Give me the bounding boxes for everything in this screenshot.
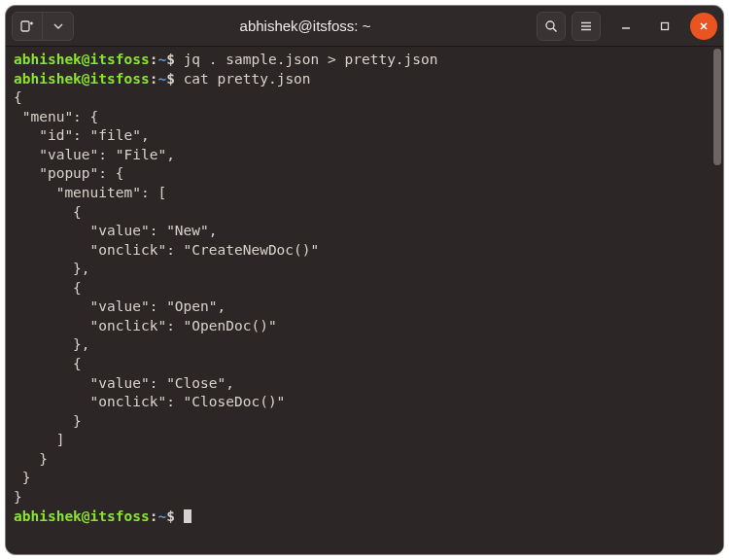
chevron-down-icon bbox=[53, 21, 63, 31]
prompt-path: ~ bbox=[157, 71, 166, 87]
minimize-button[interactable] bbox=[612, 13, 640, 40]
tab-menu-button[interactable] bbox=[43, 12, 74, 41]
output-line: "value": "Close", bbox=[14, 375, 234, 391]
output-line: "onclick": "CloseDoc()" bbox=[14, 394, 285, 409]
prompt-dollar: $ bbox=[166, 71, 175, 87]
prompt-dollar: $ bbox=[166, 508, 175, 524]
titlebar-right-group bbox=[537, 12, 717, 41]
new-tab-icon bbox=[20, 19, 34, 33]
terminal-body: abhishek@itsfoss:~$ jq . sample.json > p… bbox=[6, 47, 723, 554]
hamburger-icon bbox=[579, 19, 593, 33]
new-tab-button[interactable] bbox=[12, 12, 43, 41]
svg-rect-9 bbox=[662, 22, 669, 29]
output-line: { bbox=[14, 204, 82, 220]
output-line: }, bbox=[14, 336, 90, 352]
output-line: }, bbox=[14, 261, 90, 276]
window-title: abhishek@itsfoss: ~ bbox=[74, 18, 537, 34]
output-line: "value": "File", bbox=[14, 147, 175, 162]
output-line: { bbox=[14, 89, 22, 105]
svg-line-4 bbox=[553, 28, 557, 32]
command-text: cat pretty.json bbox=[184, 71, 311, 87]
output-line: { bbox=[14, 280, 82, 296]
output-line: } bbox=[14, 451, 48, 467]
titlebar: abhishek@itsfoss: ~ bbox=[6, 6, 723, 47]
svg-point-3 bbox=[546, 21, 554, 29]
output-line: "menu": { bbox=[14, 109, 98, 124]
terminal-window: abhishek@itsfoss: ~ abhishek@itsfoss:~$ … bbox=[6, 6, 723, 554]
maximize-button[interactable] bbox=[651, 13, 678, 40]
cursor bbox=[184, 509, 191, 523]
hamburger-menu-button[interactable] bbox=[572, 12, 601, 41]
output-line: "onclick": "CreateNewDoc()" bbox=[14, 242, 319, 258]
svg-rect-0 bbox=[21, 21, 29, 31]
close-button[interactable] bbox=[690, 13, 717, 40]
search-button[interactable] bbox=[537, 12, 566, 41]
terminal-output[interactable]: abhishek@itsfoss:~$ jq . sample.json > p… bbox=[6, 47, 712, 554]
output-line: "value": "Open", bbox=[14, 298, 226, 314]
titlebar-left-group bbox=[12, 12, 74, 41]
scrollbar[interactable] bbox=[712, 47, 723, 554]
output-line: ] bbox=[14, 432, 64, 447]
minimize-icon bbox=[620, 20, 632, 32]
output-line: "popup": { bbox=[14, 165, 124, 181]
scrollbar-thumb[interactable] bbox=[713, 49, 721, 165]
search-icon bbox=[544, 19, 558, 33]
output-line: "value": "New", bbox=[14, 223, 218, 238]
prompt-path: ~ bbox=[157, 52, 166, 67]
prompt-path: ~ bbox=[157, 508, 166, 524]
prompt-user: abhishek@itsfoss bbox=[14, 71, 150, 87]
prompt-user: abhishek@itsfoss bbox=[14, 508, 150, 524]
output-line: } bbox=[14, 413, 82, 429]
command-text: jq . sample.json > pretty.json bbox=[184, 52, 438, 67]
close-icon bbox=[698, 20, 710, 32]
maximize-icon bbox=[659, 20, 671, 32]
prompt-dollar: $ bbox=[166, 52, 175, 67]
output-line: } bbox=[14, 489, 22, 505]
output-line: "onclick": "OpenDoc()" bbox=[14, 318, 277, 333]
output-line: } bbox=[14, 470, 30, 485]
output-line: "id": "file", bbox=[14, 127, 150, 143]
output-line: { bbox=[14, 356, 82, 371]
prompt-user: abhishek@itsfoss bbox=[14, 52, 150, 67]
output-line: "menuitem": [ bbox=[14, 185, 166, 200]
